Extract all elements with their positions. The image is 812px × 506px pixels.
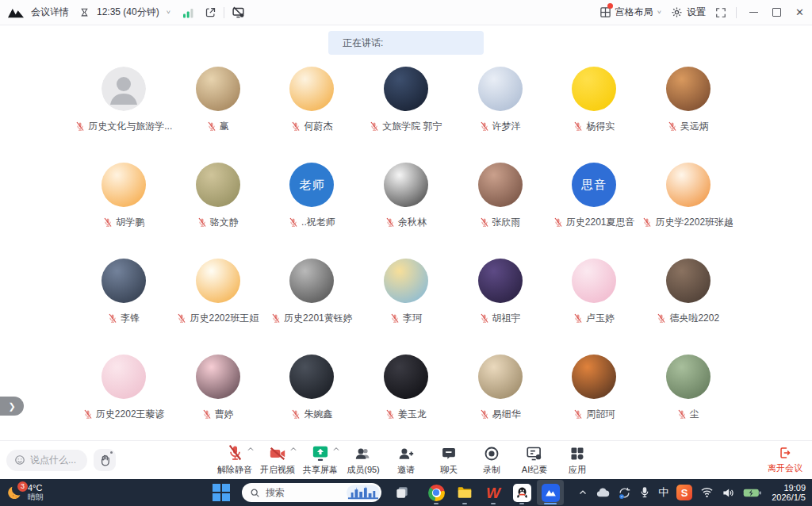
participant-tile[interactable]: 李锋: [77, 259, 171, 325]
screen-share-disabled-icon[interactable]: [232, 6, 245, 19]
weather-widget[interactable]: 3 4°C 晴朗: [6, 479, 44, 506]
participant-name: 周韶珂: [586, 408, 615, 421]
participant-tile[interactable]: 杨得实: [547, 67, 642, 133]
control-apps[interactable]: 应用: [557, 444, 597, 476]
settings-label: 设置: [687, 6, 706, 19]
participant-name: 杨得实: [586, 120, 615, 133]
settings-button[interactable]: 设置: [671, 6, 706, 19]
taskbar-app-explorer[interactable]: [451, 480, 478, 505]
qq-icon: [513, 484, 531, 502]
participant-tile[interactable]: 姜玉龙: [359, 355, 454, 421]
control-label: 解除静音: [217, 464, 252, 476]
search-highlight-image[interactable]: [347, 485, 380, 500]
participant-name-row: 朱婉鑫: [291, 408, 332, 421]
control-start-video[interactable]: 开启视频: [258, 444, 297, 476]
control-label: 邀请: [397, 464, 415, 476]
participant-tile[interactable]: 历史文化与旅游学...: [77, 67, 171, 133]
participant-tile[interactable]: 老师..祝老师: [265, 163, 359, 229]
control-chat[interactable]: 聊天: [429, 444, 469, 476]
chrome-icon: [428, 485, 445, 501]
minimize-button[interactable]: [749, 12, 758, 13]
battery-icon[interactable]: [743, 488, 762, 498]
participant-name-row: 易细华: [480, 408, 521, 421]
taskbar-app-meeting[interactable]: [537, 480, 564, 505]
participant-tile[interactable]: 历史2202王藜谚: [77, 355, 171, 421]
chevron-up-icon[interactable]: [290, 447, 297, 451]
taskbar-clock[interactable]: 19:09 2026/1/5: [772, 483, 806, 503]
participant-name: 历史2201夏思音: [566, 216, 635, 229]
participant-avatar: [196, 163, 240, 207]
meeting-details-button[interactable]: 会议详情: [31, 6, 69, 19]
control-share-screen[interactable]: 共享屏幕: [301, 444, 340, 476]
participant-tile[interactable]: 尘: [641, 355, 735, 421]
control-record[interactable]: 录制: [472, 444, 511, 476]
tray-mic-icon[interactable]: [639, 486, 650, 499]
muted-mic-icon: [207, 121, 216, 132]
muted-mic-icon: [108, 313, 117, 324]
taskbar-search-input[interactable]: 搜索: [242, 483, 381, 502]
participant-tile[interactable]: 思音历史2201夏思音: [547, 163, 642, 229]
participant-name-row: 李珂: [390, 312, 422, 325]
taskbar-app-wps[interactable]: W: [480, 480, 507, 505]
muted-mic-icon: [271, 313, 281, 324]
participant-tile[interactable]: 余秋林: [359, 163, 454, 229]
participant-name: 历史文化与旅游学...: [88, 120, 172, 133]
screen-share-icon: [312, 444, 329, 462]
raised-hand-icon: [98, 454, 112, 467]
participant-tile[interactable]: 吴远炳: [641, 67, 735, 133]
chevron-up-icon[interactable]: [247, 447, 254, 451]
participant-tile[interactable]: 卢玉婷: [547, 259, 642, 325]
participant-tile[interactable]: 朱婉鑫: [265, 355, 359, 421]
taskbar-app-chrome[interactable]: [423, 480, 450, 505]
maximize-button[interactable]: [772, 8, 781, 17]
timer-chevron-down-icon[interactable]: ˅: [167, 10, 170, 16]
taskbar-app-qq[interactable]: [508, 480, 535, 505]
close-button[interactable]: ✕: [795, 7, 804, 17]
participant-tile[interactable]: 历史2202班王姮: [171, 259, 266, 325]
wifi-icon[interactable]: [700, 487, 714, 498]
tray-chevron-up-icon[interactable]: [578, 488, 588, 497]
participant-tile[interactable]: 历史学2202班张越: [641, 163, 735, 229]
participant-tile[interactable]: 李珂: [359, 259, 454, 325]
leave-label: 离开会议: [768, 462, 802, 474]
participant-name: 历史2201黄钰婷: [284, 312, 353, 325]
start-button[interactable]: [208, 480, 235, 505]
ime-icon[interactable]: 中: [658, 485, 668, 500]
participant-tile[interactable]: 周韶珂: [547, 355, 642, 421]
participant-tile[interactable]: 赢: [171, 67, 266, 133]
chevron-up-icon[interactable]: [333, 447, 339, 451]
cloud-icon[interactable]: [596, 487, 610, 498]
sync-icon[interactable]: [618, 486, 631, 500]
leave-meeting-button[interactable]: 离开会议: [768, 441, 802, 479]
participant-tile[interactable]: 许梦洋: [453, 67, 547, 133]
participant-tile[interactable]: 曹婷: [171, 355, 266, 421]
participant-tile[interactable]: 何蔚杰: [265, 67, 359, 133]
volume-icon[interactable]: [722, 487, 735, 499]
layout-switch-button[interactable]: 宫格布局 ˅: [599, 6, 661, 19]
raise-hand-button[interactable]: [94, 449, 116, 471]
control-ai-notes[interactable]: AI纪要: [515, 444, 554, 476]
control-members[interactable]: 成员(95): [343, 444, 383, 476]
quick-chat-input[interactable]: 说点什么...: [6, 450, 87, 471]
participant-tile[interactable]: 文旅学院 郭宁: [359, 67, 454, 133]
network-signal-icon[interactable]: [182, 7, 194, 18]
sogou-icon[interactable]: S: [676, 485, 692, 500]
participant-tile[interactable]: 胡学鹏: [77, 163, 171, 229]
participant-tile[interactable]: 历史2201黄钰婷: [265, 259, 359, 325]
side-panel-expander[interactable]: ❯: [0, 397, 24, 416]
muted-mic-icon: [385, 217, 395, 228]
participant-tile[interactable]: 胡祖宇: [453, 259, 547, 325]
muted-mic-icon: [370, 121, 379, 132]
participant-name-row: 胡祖宇: [480, 312, 521, 325]
control-unmute[interactable]: 解除静音: [215, 444, 255, 476]
participant-tile[interactable]: 张欣雨: [453, 163, 547, 229]
open-external-icon[interactable]: [205, 6, 216, 18]
control-invite[interactable]: 邀请: [386, 444, 426, 476]
task-view-button[interactable]: [389, 480, 416, 505]
meeting-timer[interactable]: 12:35 (40分钟): [97, 6, 159, 19]
fullscreen-icon[interactable]: [715, 7, 726, 18]
windows-taskbar: 3 4°C 晴朗 搜索: [0, 479, 812, 506]
participant-tile[interactable]: 骆文静: [171, 163, 266, 229]
participant-tile[interactable]: 易细华: [453, 355, 547, 421]
participant-tile[interactable]: 德央啦2202: [641, 259, 735, 325]
